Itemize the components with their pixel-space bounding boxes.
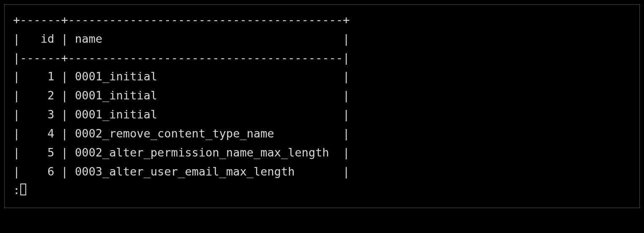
terminal-output-box: +------+--------------------------------… (4, 4, 640, 208)
sql-table-output: +------+--------------------------------… (13, 11, 631, 181)
pager-prompt-char: : (13, 184, 20, 197)
cursor-icon (20, 184, 26, 195)
pager-prompt-line[interactable]: : (13, 181, 631, 200)
